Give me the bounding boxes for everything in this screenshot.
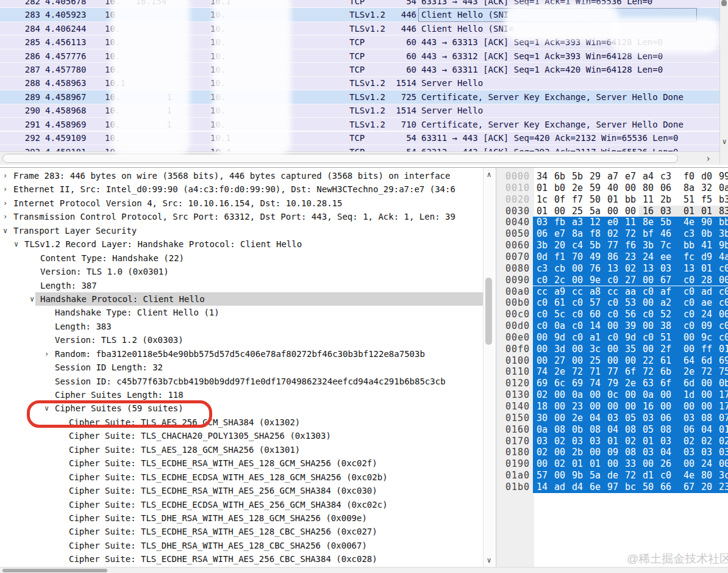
tree-collapsed-icon[interactable]: › <box>3 182 7 196</box>
detail-line-3[interactable]: ›Transmission Control Protocol, Src Port… <box>0 210 483 223</box>
packet-row-286[interactable]: 2864.45777610.10.TCP60443 → 63312 [ACK] … <box>0 49 719 63</box>
detail-line-25[interactable]: Cipher Suite: TLS_DHE_RSA_WITH_AES_128_G… <box>0 511 483 525</box>
watermark: @稀土掘金技术社区 <box>627 551 728 567</box>
detail-line-11[interactable]: Length: 383 <box>0 320 483 333</box>
detail-line-22[interactable]: Cipher Suite: TLS_ECDHE_ECDSA_WITH_AES_1… <box>0 470 483 484</box>
hex-row-0000[interactable]: 0000346b5b29a7e7a4c3f0d09990 <box>496 171 728 182</box>
detail-line-21[interactable]: Cipher Suite: TLS_ECDHE_RSA_WITH_AES_128… <box>0 456 483 470</box>
detail-line-16[interactable]: Cipher Suites Length: 118 <box>0 388 483 402</box>
packet-row-287[interactable]: 2874.45778010.10.TCP60443 → 63311 [ACK] … <box>0 63 719 76</box>
packet-cell-no: 290 <box>0 106 40 115</box>
detail-line-23[interactable]: Cipher Suite: TLS_ECDHE_RSA_WITH_AES_256… <box>0 484 483 497</box>
hex-row-00a0[interactable]: 00a0cca9cca8ccaac0afc0adc0a3 <box>496 286 728 298</box>
detail-vscrollbar-thumb[interactable] <box>485 278 492 345</box>
tree-collapsed-icon[interactable]: › <box>3 169 7 182</box>
detail-line-12[interactable]: Version: TLS 1.2 (0x0303) <box>0 333 483 347</box>
hex-row-00c0[interactable]: 00c0c05cc060c056c052c024006a <box>496 309 728 320</box>
hex-row-01a0[interactable]: 01a057009b5ade72d1c04e803c80 <box>496 470 728 481</box>
detail-line-13[interactable]: ›Random: fba312e0118e5b4e90bb575d57d5c40… <box>0 347 483 361</box>
hex-row-0100[interactable]: 01000027002500002261646d696e <box>496 355 728 367</box>
detail-line-20[interactable]: Cipher Suite: TLS_AES_128_GCM_SHA256 (0x… <box>0 443 483 456</box>
hex-row-0010[interactable]: 001001b02e59400080068a320a0a <box>496 182 728 194</box>
detail-line-24[interactable]: Cipher Suite: TLS_ECDHE_ECDSA_WITH_AES_2… <box>0 498 483 511</box>
hex-byte: 35 <box>621 344 639 355</box>
hex-row-0040[interactable]: 004003fba312e0118e5b4e90bb57 <box>496 217 728 228</box>
hex-row-0130[interactable]: 013002000a000c000a001d001700 <box>496 389 728 401</box>
detail-line-28[interactable]: Cipher Suite: TLS_ECDHE_RSA_WITH_AES_256… <box>0 552 483 566</box>
detail-line-27[interactable]: Cipher Suite: TLS_DHE_RSA_WITH_AES_128_C… <box>0 539 483 552</box>
detail-line-9[interactable]: ∨Handshake Protocol: Client Hello <box>0 292 483 306</box>
packet-list-vscrollbar[interactable]: ∨ <box>719 0 728 165</box>
detail-line-0[interactable]: ›Frame 283: 446 bytes on wire (3568 bits… <box>0 169 483 182</box>
hex-row-0170[interactable]: 0170030203030102010302020204 <box>496 436 728 447</box>
tree-expanded-icon[interactable]: ∨ <box>30 292 34 306</box>
detail-line-1[interactable]: ›Ethernet II, Src: Intel_d0:99:90 (a4:c3… <box>0 182 483 196</box>
tree-collapsed-icon[interactable]: › <box>3 196 7 210</box>
detail-vscrollbar[interactable]: ∧ ∨ <box>483 168 494 567</box>
hex-row-00e0[interactable]: 00e0009dc0a1c09dc051009cc0a0 <box>496 332 728 344</box>
hex-row-0120[interactable]: 0120696c6974792e636f6d000b00 <box>496 378 728 389</box>
hex-byte: 4e <box>680 470 698 481</box>
hex-byte: 76 <box>586 263 604 275</box>
hex-row-0160[interactable]: 01600a080b080408050806040105 <box>496 424 728 436</box>
hex-row-01b0[interactable]: 01b014add46e97bc506667202349 <box>496 481 728 493</box>
hex-row-0060[interactable]: 00603b20c45b77f63b7cbb419b0b <box>496 240 728 251</box>
packet-row-291[interactable]: 2914.45896910. 110.TLSv1.2710Certificate… <box>0 118 719 131</box>
packet-bytes-pane[interactable]: 0000346b5b29a7e7a4c3f0d09990001001b02e59… <box>496 168 728 567</box>
detail-line-10[interactable]: Handshake Type: Client Hello (1) <box>0 306 483 319</box>
hex-row-0050[interactable]: 005006e78af80272bf46c30b3bf1 <box>496 228 728 240</box>
packet-list-hscrollbar[interactable]: › <box>0 151 719 165</box>
detail-hscrollbar-thumb[interactable] <box>2 569 107 572</box>
hex-row-0080[interactable]: 0080c3cb0076130213031301c02f <box>496 263 728 275</box>
hex-row-0150[interactable]: 015030002e040305030603080708 <box>496 413 728 424</box>
hex-row-0140[interactable]: 0140180023000000160000001700 <box>496 401 728 413</box>
scroll-up-icon[interactable]: ∧ <box>484 170 494 179</box>
packet-row-282[interactable]: 2824.40567810. 16.15410.1TCP5463313 → 44… <box>0 0 719 8</box>
detail-line-15[interactable]: Session ID: c45b77f63b7cbb419b0b9dd97f1e… <box>0 375 483 388</box>
hex-row-0070[interactable]: 00700df17049862324eefcd94a4d <box>496 251 728 263</box>
tree-expanded-icon[interactable]: ∨ <box>45 402 49 415</box>
detail-line-2[interactable]: ›Internet Protocol Version 4, Src: 10.10… <box>0 196 483 210</box>
hscrollbar-thumb[interactable] <box>2 154 678 163</box>
packet-row-288[interactable]: 2884.45896310.110.TLSv1.21514Server Hell… <box>0 77 719 90</box>
hex-row-00f0[interactable]: 00f0003d003c0035002f00ff0100 <box>496 344 728 355</box>
packet-list-pane[interactable]: 2824.40567810. 16.15410.1TCP5463313 → 44… <box>0 0 719 151</box>
hex-row-0110[interactable]: 0110742e7271776f726b2e727571 <box>496 366 728 378</box>
scroll-right-icon[interactable]: › <box>705 152 711 165</box>
detail-line-17[interactable]: ∨Cipher Suites (59 suites) <box>0 402 483 415</box>
tree-collapsed-icon[interactable]: › <box>3 210 7 223</box>
hex-row-0190[interactable]: 019000020101003300260024001d <box>496 458 728 470</box>
vscrollbar-thumb[interactable] <box>721 0 727 6</box>
hex-row-00d0[interactable]: 00d0c00ac01400390038c009c013 <box>496 320 728 332</box>
packet-row-290[interactable]: 2904.45896810. 110.TLSv1.21514Server Hel… <box>0 104 719 118</box>
detail-line-7[interactable]: Version: TLS 1.0 (0x0301) <box>0 265 483 278</box>
tree-expanded-icon[interactable]: ∨ <box>14 237 18 251</box>
detail-hscrollbar[interactable] <box>0 567 728 573</box>
detail-line-18[interactable]: Cipher Suite: TLS_AES_256_GCM_SHA384 (0x… <box>0 416 483 429</box>
detail-line-26[interactable]: Cipher Suite: TLS_ECDHE_RSA_WITH_AES_128… <box>0 525 483 538</box>
packet-row-283[interactable]: 2834.4059231010.TLSv1.2446Client Hello (… <box>0 8 719 21</box>
scroll-down-icon[interactable]: ∨ <box>720 137 728 146</box>
packet-detail-pane[interactable]: ›Frame 283: 446 bytes on wire (3568 bits… <box>0 168 483 567</box>
detail-line-19[interactable]: Cipher Suite: TLS_CHACHA20_POLY1305_SHA2… <box>0 429 483 442</box>
detail-line-14[interactable]: Session ID Length: 32 <box>0 361 483 374</box>
hex-byte: 0a <box>639 389 657 401</box>
tree-collapsed-icon[interactable]: › <box>45 347 49 361</box>
hex-row-00b0[interactable]: 00b0c061c057c05300a2c0aec0ac <box>496 297 728 309</box>
detail-line-6[interactable]: Content Type: Handshake (22) <box>0 251 483 265</box>
hex-byte: c0 <box>715 320 728 332</box>
hex-row-0030[interactable]: 00300100255a0000160301018301 <box>496 206 728 217</box>
packet-row-284[interactable]: 2844.40624410.10.TLSv1.2446Client Hello … <box>0 22 719 35</box>
tree-expanded-icon[interactable]: ∨ <box>3 224 7 237</box>
hex-row-0180[interactable]: 018002002b000908030403030302 <box>496 447 728 458</box>
packet-row-289[interactable]: 2894.45896710. 110.TLSv1.2725Certificate… <box>0 90 719 104</box>
detail-line-4[interactable]: ∨Transport Layer Security <box>0 224 483 237</box>
scroll-down-icon[interactable]: ∨ <box>484 556 494 564</box>
packet-row-293[interactable]: 2934.4591811010.4TCP5463312 → 443 [ACK] … <box>0 145 719 151</box>
hex-row-0090[interactable]: 0090c02c009ec0270067c028006b <box>496 275 728 286</box>
detail-line-8[interactable]: Length: 387 <box>0 279 483 292</box>
packet-row-292[interactable]: 2924.45910910.10.1TCP5463311 → 443 [ACK]… <box>0 132 719 145</box>
detail-line-5[interactable]: ∨TLSv1.2 Record Layer: Handshake Protoco… <box>0 237 483 251</box>
packet-row-285[interactable]: 2854.45611310.10.TCP60443 → 63313 [ACK] … <box>0 35 719 49</box>
hex-row-0020[interactable]: 00201c0ff75001bb112b51f5b372 <box>496 194 728 206</box>
